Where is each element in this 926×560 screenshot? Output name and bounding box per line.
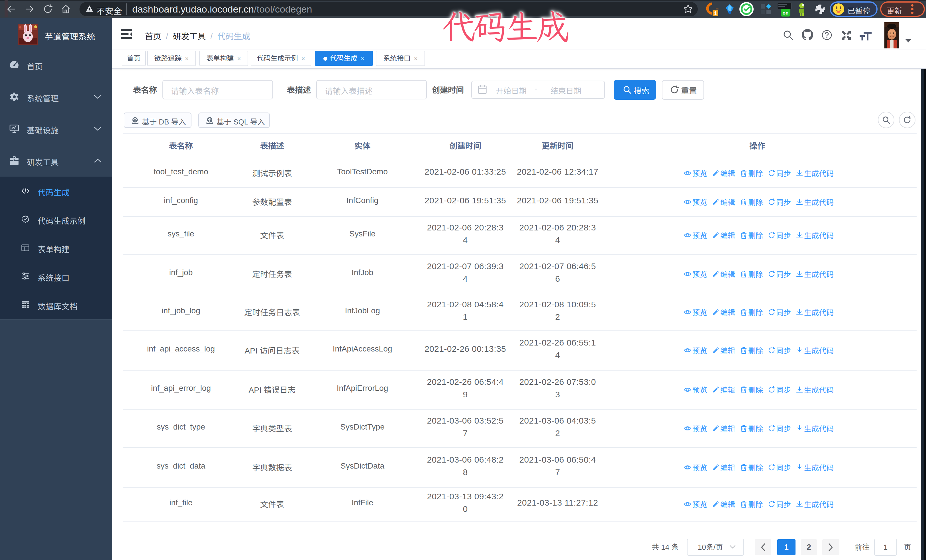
- svg-text:1: 1: [714, 11, 717, 16]
- svg-text:on: on: [783, 10, 789, 16]
